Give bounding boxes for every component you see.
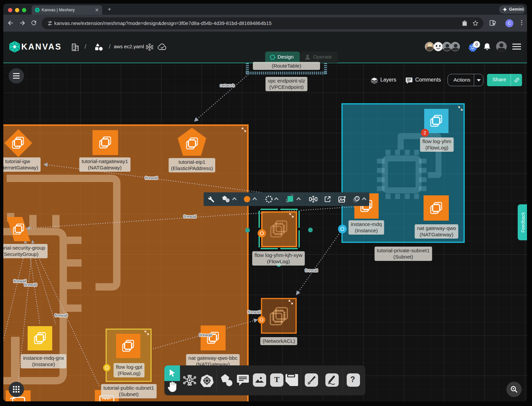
svg-text:2: 2	[424, 130, 426, 135]
